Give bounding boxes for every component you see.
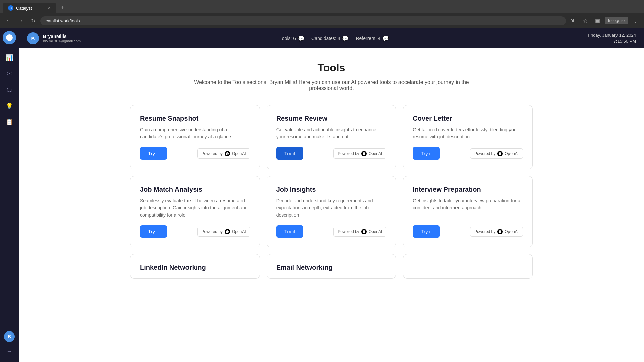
tool-footer-resume-review: Try it Powered by OpenAI [276,147,387,160]
tool-card-job-insights: Job Insights Decode and understand key r… [267,176,396,247]
new-tab-button[interactable]: + [58,3,67,13]
svg-point-7 [499,230,501,233]
openai-label-5: OpenAI [369,229,382,234]
openai-label-2: OpenAI [369,151,382,156]
powered-by-label-4: Powered by [202,229,223,234]
tool-desc-job-match: Seamlessly evaluate the fit between a re… [140,197,250,219]
try-it-button-job-insights[interactable]: Try it [276,225,304,238]
openai-icon: ⊕ [225,151,230,156]
tools-stat-icon: 💬 [298,35,305,42]
tool-desc-cover-letter: Get tailored cover letters effortlessly,… [413,126,523,140]
header-time-text: 7:15:50 PM [588,38,636,44]
candidates-stat-icon: 💬 [342,35,349,42]
tool-card-resume-snapshot: Resume Snapshot Gain a comprehensive und… [130,105,260,169]
tab-title: Catalyst [16,6,32,11]
tool-title-job-match: Job Match Analysis [140,186,250,193]
tool-card-interview-prep: Interview Preparation Get insights to ta… [403,176,533,247]
header-user: B BryanMills bry.mills01@gmail.com [27,32,81,44]
tool-title-job-insights: Job Insights [276,186,387,193]
openai-icon-2 [361,151,367,156]
forward-button[interactable]: → [16,16,25,25]
tool-card-resume-review: Resume Review Get valuable and actionabl… [267,105,396,169]
page-subtitle: Welcome to the Tools sections, Bryan Mil… [180,79,482,92]
try-it-button-job-match[interactable]: Try it [140,225,167,238]
header-datetime: Friday, January 12, 2024 7:15:50 PM [588,32,636,44]
tab-close-button[interactable]: ✕ [48,6,51,10]
sidebar-icon[interactable]: ▣ [593,16,602,25]
tab-bar: C Catalyst ✕ + [0,0,644,13]
main-content: Tools Welcome to the Tools sections, Bry… [19,48,644,362]
try-it-button-cover-letter[interactable]: Try it [413,147,440,160]
tool-title-cover-letter: Cover Letter [413,115,523,122]
page-title: Tools [46,62,617,74]
eye-slash-icon[interactable]: 👁 [569,16,578,25]
sidebar-logout-icon[interactable]: → [3,345,16,358]
nav-bar: ← → ↻ catalist.work/tools 👁 ☆ ▣ Incognit… [0,13,644,28]
username: BryanMills [43,34,81,39]
header-stats: Tools: 6 💬 Candidates: 4 💬 Referrers: 4 … [280,35,389,42]
tool-desc-interview-prep: Get insights to tailor your interview pr… [413,197,523,219]
tab-favicon: C [8,5,13,11]
sidebar-item-candidates[interactable]: 🗂 [3,83,16,97]
address-text: catalist.work/tools [46,18,80,23]
app-container: 📊 ✂ 🗂 💡 📋 B → B BryanMills bry.mills01@g… [0,28,644,362]
refresh-button[interactable]: ↻ [28,16,38,25]
svg-point-5 [226,230,229,233]
powered-by-label-3: Powered by [474,151,495,156]
tool-card-linkedin-networking: LinkedIn Networking [130,254,260,279]
tool-card-job-match: Job Match Analysis Seamlessly evaluate t… [130,176,260,247]
active-tab[interactable]: C Catalyst ✕ [3,3,56,13]
back-button[interactable]: ← [4,16,13,25]
tools-grid: Resume Snapshot Gain a comprehensive und… [130,105,533,247]
tool-desc-resume-snapshot: Gain a comprehensive understanding of a … [140,126,250,140]
tool-title-interview-prep: Interview Preparation [413,186,523,193]
sidebar-item-analytics[interactable]: 📊 [3,51,16,64]
user-email: bry.mills01@gmail.com [43,39,81,43]
tool-card-placeholder [403,254,533,279]
openai-label-3: OpenAI [505,151,519,156]
tools-stat: Tools: 6 💬 [280,35,305,42]
openai-label: OpenAI [232,151,246,156]
nav-actions: 👁 ☆ ▣ Incognito ⋮ [569,16,640,25]
tool-footer-interview-prep: Try it Powered by OpenAI [413,225,523,238]
svg-text:⊕: ⊕ [226,153,228,155]
tool-title-resume-snapshot: Resume Snapshot [140,115,250,122]
svg-point-6 [363,230,365,233]
tool-footer-resume-snapshot: Try it Powered by ⊕ OpenAI [140,147,250,160]
powered-by-resume-review: Powered by OpenAI [333,148,386,159]
tool-title-email: Email Networking [276,264,387,272]
candidates-stat: Candidates: 4 💬 [311,35,349,42]
svg-point-4 [499,152,501,155]
tool-title-linkedin: LinkedIn Networking [140,264,250,272]
sidebar: 📊 ✂ 🗂 💡 📋 B → [0,28,19,362]
try-it-button-interview-prep[interactable]: Try it [413,225,440,238]
app-logo[interactable] [3,31,16,44]
tools-grid-partial: LinkedIn Networking Email Networking [130,254,533,279]
tool-footer-job-insights: Try it Powered by OpenAI [276,225,387,238]
powered-by-job-insights: Powered by OpenAI [333,227,386,237]
powered-by-job-match: Powered by OpenAI [197,227,250,237]
powered-by-cover-letter: Powered by OpenAI [470,148,523,159]
tool-card-email-networking: Email Networking [267,254,396,279]
powered-by-label-2: Powered by [338,151,359,156]
address-bar[interactable]: catalist.work/tools [40,16,566,25]
powered-by-interview-prep: Powered by OpenAI [470,227,523,237]
tool-footer-cover-letter: Try it Powered by OpenAI [413,147,523,160]
sidebar-item-messages[interactable]: 📋 [3,115,16,129]
openai-label-6: OpenAI [505,229,519,234]
user-info: BryanMills bry.mills01@gmail.com [43,34,81,43]
star-icon[interactable]: ☆ [581,16,590,25]
try-it-button-resume-review[interactable]: Try it [276,147,304,160]
powered-by-resume-snapshot: Powered by ⊕ OpenAI [197,148,250,159]
menu-icon[interactable]: ⋮ [631,16,640,25]
openai-icon-6 [497,229,503,234]
tool-desc-job-insights: Decode and understand key requirements a… [276,197,387,219]
sidebar-user-avatar[interactable]: B [4,331,15,342]
try-it-button-resume-snapshot[interactable]: Try it [140,147,167,160]
sidebar-item-insights[interactable]: 💡 [3,99,16,113]
incognito-badge: Incognito [605,17,628,24]
tool-desc-resume-review: Get valuable and actionable insights to … [276,126,387,140]
app-header: B BryanMills bry.mills01@gmail.com Tools… [19,28,644,48]
openai-icon-5 [361,229,367,234]
sidebar-item-tools[interactable]: ✂ [3,67,16,80]
